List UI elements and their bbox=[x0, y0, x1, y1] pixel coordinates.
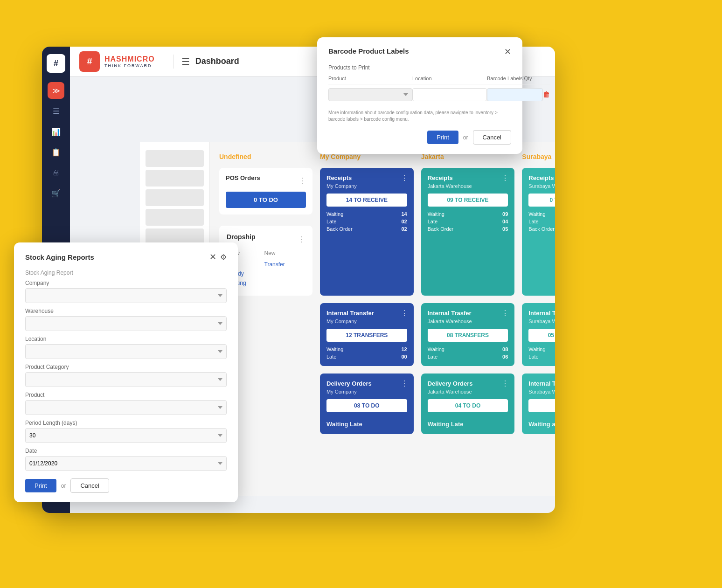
stat-waiting-row: Waiting 14 bbox=[326, 211, 407, 217]
surabaya-internal2-subtitle: Surabaya Warehouse bbox=[528, 389, 555, 394]
warehouse-select[interactable] bbox=[25, 316, 227, 331]
my-company-delivery-menu-icon[interactable]: ⋮ bbox=[401, 379, 408, 388]
jakarta-stat-backorder-val: 05 bbox=[502, 226, 508, 232]
stock-or-text: or bbox=[61, 483, 66, 489]
product-category-field-group: Product Category bbox=[25, 364, 227, 387]
jakarta-internal-late-label: Late bbox=[428, 354, 437, 360]
jakarta-internal-stats: Waiting 08 Late 06 bbox=[428, 346, 508, 360]
barcode-modal: Barcode Product Labels ✕ Products to Pri… bbox=[317, 37, 522, 154]
barcode-products-table: Product Location Barcode Labels Qty 🗑 bbox=[328, 76, 550, 105]
date-label: Date bbox=[25, 448, 227, 454]
logo-icon: # bbox=[79, 51, 100, 72]
my-company-internal-card: ⋮ Internal Transfer My Company 12 TRANSF… bbox=[320, 303, 414, 366]
logo-text: HASHMICRO THINK FORWARD bbox=[104, 55, 155, 68]
product-category-select[interactable] bbox=[25, 372, 227, 387]
stat-waiting-val: 14 bbox=[401, 211, 407, 217]
sidebar-icon-list[interactable]: 📋 bbox=[48, 144, 64, 160]
sidebar-icon-cart[interactable]: 🛒 bbox=[48, 185, 64, 201]
product-select[interactable] bbox=[25, 400, 227, 415]
my-company-internal-menu-icon[interactable]: ⋮ bbox=[401, 309, 408, 318]
period-length-label: Period Length (days) bbox=[25, 420, 227, 426]
pos-orders-btn[interactable]: 0 TO DO bbox=[226, 192, 306, 208]
stat-late-row: Late 02 bbox=[326, 219, 407, 224]
undefined-section-label: Undefined bbox=[219, 151, 312, 160]
stat-backorder-row: Back Order 02 bbox=[326, 226, 407, 232]
surabaya-stat-waiting-label: Waiting bbox=[528, 211, 545, 217]
stock-cancel-button[interactable]: Cancel bbox=[70, 478, 109, 493]
jakarta-internal-btn[interactable]: 08 TRANSFERS bbox=[428, 329, 508, 342]
my-company-delivery-btn[interactable]: 08 TO DO bbox=[326, 399, 407, 412]
stock-print-button[interactable]: Print bbox=[25, 479, 56, 492]
my-company-receipts-subtitle: My Company bbox=[326, 183, 407, 189]
dropship-table: View New All Transfer bbox=[227, 249, 305, 288]
barcode-section-label: Products to Print bbox=[328, 64, 511, 71]
my-company-receipts-btn[interactable]: 14 TO RECEIVE bbox=[326, 194, 407, 207]
period-length-select[interactable]: 30 bbox=[25, 428, 227, 443]
jakarta-internal-menu-icon[interactable]: ⋮ bbox=[501, 309, 509, 318]
jakarta-stat-late-label: Late bbox=[428, 219, 437, 224]
jakarta-delivery-subtitle: Jakarta Warehouse bbox=[428, 389, 508, 394]
surabaya-internal2-btn[interactable]: 03 TO DO bbox=[528, 399, 555, 412]
sidebar-icon-chart[interactable]: 📊 bbox=[48, 123, 64, 140]
stock-modal-footer: Print or Cancel bbox=[25, 478, 227, 493]
dropship-transfer-link[interactable]: Transfer bbox=[264, 260, 305, 269]
date-select[interactable]: 01/12/2020 bbox=[25, 456, 227, 471]
jakarta-receipts-btn[interactable]: 09 TO RECEIVE bbox=[428, 194, 508, 207]
jakarta-internal-waiting-val: 08 bbox=[502, 346, 508, 352]
surabaya-stat-waiting-row: Waiting 09 bbox=[528, 211, 555, 217]
main-content: Undefined My Company Jakarta Surabaya PO… bbox=[210, 142, 555, 496]
jakarta-receipts-stats: Waiting 09 Late 04 Back Order 05 bbox=[428, 211, 508, 232]
nav-item-1 bbox=[146, 150, 204, 167]
surabaya-internal-subtitle: Surabaya Warehouse bbox=[528, 318, 555, 324]
jakarta-delivery-menu-icon[interactable]: ⋮ bbox=[501, 379, 509, 388]
sidebar-logo: # bbox=[47, 54, 65, 73]
jakarta-receipts-title: Receipts bbox=[428, 174, 508, 182]
barcode-location-input[interactable] bbox=[412, 88, 487, 101]
jakarta-delivery-btn[interactable]: 04 TO DO bbox=[428, 399, 508, 412]
surabaya-internal-btn[interactable]: 05 TRANSFERS bbox=[528, 329, 555, 342]
my-company-internal-title: Internal Transfer bbox=[326, 310, 407, 318]
barcode-cancel-button[interactable]: Cancel bbox=[473, 130, 511, 145]
sidebar-icon-print[interactable]: 🖨 bbox=[48, 164, 64, 181]
warehouse-label: Warehouse bbox=[25, 308, 227, 314]
my-company-internal-late-label: Late bbox=[326, 354, 336, 360]
jakarta-receipts-menu-icon[interactable]: ⋮ bbox=[501, 173, 509, 182]
barcode-location-col-header: Location bbox=[412, 76, 487, 84]
nav-item-3 bbox=[146, 189, 204, 206]
surabaya-stat-late-label: Late bbox=[528, 219, 538, 224]
dropship-menu-icon[interactable]: ⋮ bbox=[298, 235, 305, 244]
stat-backorder-val: 02 bbox=[401, 226, 407, 232]
jakarta-internal-subtitle: Jakarta Warehouse bbox=[428, 318, 508, 324]
pos-orders-menu-icon[interactable]: ⋮ bbox=[299, 176, 306, 185]
brand-tagline: THINK FORWARD bbox=[104, 63, 155, 68]
jakarta-internal-card: ⋮ Internal Trasfer Jakarta Warehouse 08 … bbox=[421, 303, 515, 366]
my-company-receipts-menu-icon[interactable]: ⋮ bbox=[401, 173, 408, 182]
jakarta-internal-late-val: 06 bbox=[502, 354, 508, 360]
my-company-delivery-title: Delivery Orders bbox=[326, 380, 407, 388]
hamburger-icon[interactable]: ☰ bbox=[181, 56, 190, 67]
company-select[interactable] bbox=[25, 288, 227, 303]
location-select[interactable] bbox=[25, 344, 227, 359]
surabaya-receipts-stats: Waiting 09 Late 04 Back Order 05 bbox=[528, 211, 555, 232]
jakarta-stat-late-val: 04 bbox=[502, 219, 508, 224]
my-company-receipts-stats: Waiting 14 Late 02 Back Order 02 bbox=[326, 211, 407, 232]
my-company-delivery-subtitle: My Company bbox=[326, 389, 407, 394]
stock-modal-gear-icon[interactable]: ⚙ bbox=[220, 253, 227, 262]
barcode-print-button[interactable]: Print bbox=[427, 131, 458, 144]
my-company-internal-btn[interactable]: 12 TRANSFERS bbox=[326, 329, 407, 342]
jakarta-stat-late-row: Late 04 bbox=[428, 219, 508, 224]
barcode-modal-close-icon[interactable]: ✕ bbox=[504, 47, 511, 57]
surabaya-stat-late-row: Late 04 bbox=[528, 219, 555, 224]
barcode-qty-input[interactable] bbox=[487, 88, 543, 101]
barcode-delete-icon[interactable]: 🗑 bbox=[543, 90, 550, 98]
barcode-qty-col-header: Barcode Labels Qty bbox=[487, 76, 543, 84]
sidebar-icon-double-arrow[interactable]: ≫ bbox=[48, 82, 64, 99]
dropship-new-header: New bbox=[264, 250, 305, 259]
surabaya-receipts-btn[interactable]: 0 TO RECEIVE bbox=[528, 194, 555, 207]
nav-item-4 bbox=[146, 209, 204, 226]
sidebar-icon-menu[interactable]: ☰ bbox=[48, 103, 64, 119]
jakarta-delivery-title: Delivery Orders bbox=[428, 380, 508, 388]
stock-modal-close-icon[interactable]: ✕ bbox=[209, 252, 216, 262]
barcode-product-col-header: Product bbox=[328, 76, 412, 84]
barcode-product-select[interactable] bbox=[328, 88, 412, 101]
